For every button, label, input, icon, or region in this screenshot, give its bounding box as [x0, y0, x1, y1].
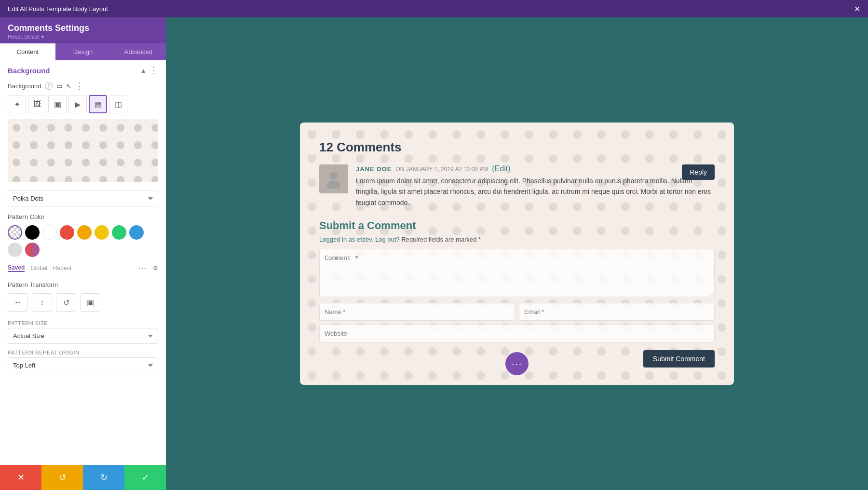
color-tab-recent[interactable]: Recent: [53, 265, 71, 272]
section-header: Background ▲ ⋮: [0, 60, 166, 79]
color-tab-saved[interactable]: Saved: [8, 264, 25, 272]
undo-button[interactable]: ↺: [41, 465, 83, 490]
bg-icon-mask[interactable]: ◫: [109, 95, 127, 113]
comment-textarea[interactable]: [319, 249, 715, 297]
color-swatch-red[interactable]: [60, 225, 74, 240]
bg-label: Background: [8, 82, 41, 90]
close-icon[interactable]: ✕: [854, 4, 860, 14]
panel-preset[interactable]: Preset: Default ▾: [8, 34, 158, 40]
color-tab-more[interactable]: ⋯: [138, 263, 147, 273]
tab-advanced[interactable]: Advanced: [110, 43, 166, 60]
transform-reset[interactable]: ▣: [80, 293, 100, 312]
pattern-type-select[interactable]: Polka Dots: [8, 191, 158, 206]
comments-title: 12 Comments: [319, 140, 715, 155]
comment-author: JANE DOE: [356, 165, 392, 173]
tab-design[interactable]: Design: [55, 43, 111, 60]
svg-point-5: [327, 181, 340, 189]
fab-icon: ···: [512, 358, 523, 369]
logout-link[interactable]: Log out?: [375, 236, 400, 243]
pattern-preview: [8, 119, 158, 182]
title-bar-text: Edit All Posts Template Body Layout: [8, 5, 108, 13]
comment-body: JANE DOE ON JANUARY 1, 2019 AT 12:00 PM …: [356, 164, 715, 208]
more-icon[interactable]: ⋮: [75, 81, 84, 91]
pattern-size-label: Pattern Size: [8, 320, 158, 326]
bg-icon-pattern[interactable]: ▤: [89, 95, 107, 113]
pattern-size-field: Pattern Size Actual Size: [0, 317, 166, 347]
bg-icon-image[interactable]: 🖼: [28, 95, 46, 113]
color-swatches: [0, 223, 166, 261]
color-swatch-blue[interactable]: [129, 225, 144, 240]
submit-comment-button[interactable]: Submit Comment: [643, 350, 715, 368]
section-menu-icon[interactable]: ⋮: [149, 66, 158, 75]
right-content: 12 Comments JANE DOE ON JANUARY 1, 2019 …: [166, 17, 868, 490]
repeat-origin-field: Pattern Repeat Origin Top Left: [0, 347, 166, 376]
comments-card: 12 Comments JANE DOE ON JANUARY 1, 2019 …: [300, 122, 734, 385]
save-button[interactable]: ✓: [124, 465, 166, 490]
transform-label: Pattern Transform: [0, 277, 166, 291]
bg-icon-video[interactable]: ▶: [68, 95, 87, 113]
transform-flipv[interactable]: ↕: [32, 293, 52, 312]
color-swatch-orange[interactable]: [77, 225, 92, 240]
color-swatch-green[interactable]: [112, 225, 126, 240]
comment-meta: ON JANUARY 1, 2019 AT 12:00 PM: [395, 166, 488, 173]
panel-tabs: Content Design Advanced: [0, 43, 166, 60]
bg-icons-row: ✦ 🖼 ▣ ▶ ▤ ◫: [0, 95, 166, 119]
bg-label-row: Background ? ▭ ↖ ⋮: [0, 79, 166, 95]
transform-rotate[interactable]: ↺: [56, 293, 76, 312]
repeat-origin-label: Pattern Repeat Origin: [8, 350, 158, 355]
required-text: Required fields are marked *: [401, 236, 481, 243]
transform-btns: ↔ ↕ ↺ ▣: [0, 291, 166, 317]
bg-icon-gradient[interactable]: ▣: [48, 95, 67, 113]
email-input[interactable]: [519, 303, 715, 321]
website-input[interactable]: [319, 325, 715, 342]
submit-meta: Logged in as etdev. Log out? Required fi…: [319, 236, 715, 243]
monitor-icon[interactable]: ▭: [56, 82, 62, 90]
color-swatch-white[interactable]: [42, 225, 57, 240]
panel-title: Comments Settings: [8, 23, 158, 33]
left-panel: Comments Settings Preset: Default ▾ Cont…: [0, 17, 166, 490]
reply-button[interactable]: Reply: [682, 164, 715, 180]
color-swatch-custom[interactable]: [25, 243, 40, 257]
logged-in-link[interactable]: Logged in as etdev.: [319, 236, 374, 243]
name-input[interactable]: [319, 303, 515, 321]
color-tab-global[interactable]: Global: [30, 265, 47, 272]
color-tab-settings[interactable]: ⚙: [153, 265, 158, 272]
svg-rect-1: [8, 119, 158, 182]
section-title: Background: [8, 67, 50, 75]
bottom-bar: ✕ ↺ ↻ ✓: [0, 465, 166, 490]
discard-button[interactable]: ✕: [0, 465, 41, 490]
color-swatch-black[interactable]: [25, 225, 40, 240]
panel-content: Background ▲ ⋮ Background ? ▭ ↖ ⋮ ✦ 🖼 ▣ …: [0, 60, 166, 465]
repeat-origin-select[interactable]: Top Left: [8, 357, 158, 373]
comment-text: Lorem ipsum dolor sit amet, consectetur …: [356, 176, 715, 208]
transform-fliph[interactable]: ↔: [8, 293, 28, 312]
color-swatch-lavender[interactable]: [8, 243, 22, 257]
fab-button[interactable]: ···: [505, 352, 529, 375]
pattern-size-select[interactable]: Actual Size: [8, 328, 158, 344]
main-layout: Comments Settings Preset: Default ▾ Cont…: [0, 17, 868, 490]
color-swatch-checker[interactable]: [8, 225, 22, 240]
tab-content[interactable]: Content: [0, 43, 55, 60]
submit-title: Submit a Comment: [319, 219, 715, 232]
color-swatch-yellow[interactable]: [95, 225, 109, 240]
color-tabs: Saved Global Recent ⋯ ⚙: [0, 261, 166, 277]
svg-point-4: [330, 172, 338, 180]
comment-item: JANE DOE ON JANUARY 1, 2019 AT 12:00 PM …: [319, 164, 715, 208]
panel-header: Comments Settings Preset: Default ▾: [0, 17, 166, 43]
pattern-type-field: Polka Dots: [0, 188, 166, 209]
title-bar: Edit All Posts Template Body Layout ✕: [0, 0, 868, 17]
form-row-name-email: [319, 303, 715, 321]
pattern-color-label: Pattern Color: [0, 209, 166, 223]
submit-section: Submit a Comment Logged in as etdev. Log…: [319, 219, 715, 346]
cursor-icon[interactable]: ↖: [66, 82, 71, 90]
comment-edit[interactable]: (Edit): [492, 164, 510, 173]
help-icon[interactable]: ?: [45, 82, 53, 90]
collapse-icon[interactable]: ▲: [140, 67, 147, 74]
bg-icon-flat[interactable]: ✦: [8, 95, 26, 113]
redo-button[interactable]: ↻: [83, 465, 124, 490]
avatar: [319, 164, 348, 193]
